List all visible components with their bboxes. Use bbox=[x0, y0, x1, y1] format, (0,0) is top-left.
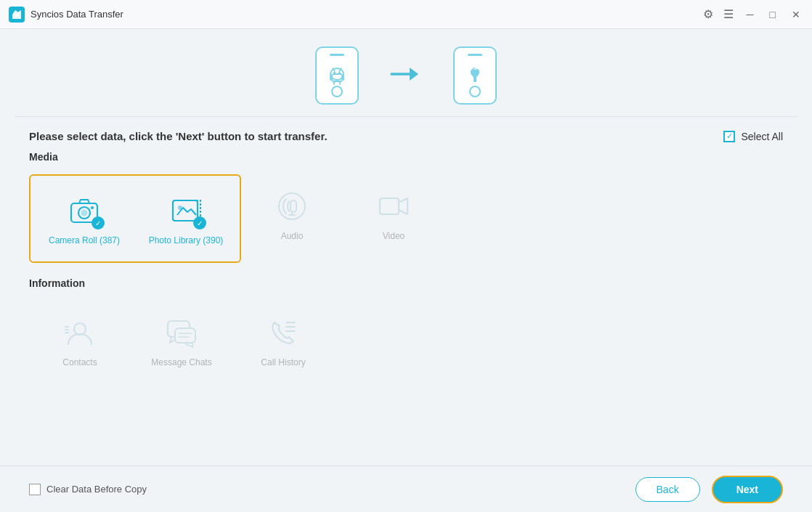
select-all-control[interactable]: ✓ Select All bbox=[723, 131, 783, 142]
clear-data-control[interactable]: Clear Data Before Copy bbox=[29, 484, 147, 495]
contacts-icon bbox=[61, 314, 99, 352]
android-phone bbox=[315, 46, 359, 105]
maximize-button[interactable]: □ bbox=[767, 7, 779, 22]
app-logo bbox=[9, 7, 25, 23]
contacts-item[interactable]: Contacts bbox=[29, 301, 131, 381]
media-section-label: Media bbox=[29, 151, 783, 163]
information-section-label: Information bbox=[29, 277, 783, 289]
transfer-arrow bbox=[388, 63, 424, 88]
video-icon-wrapper bbox=[375, 187, 413, 225]
video-label: Video bbox=[383, 231, 405, 241]
clear-data-label: Clear Data Before Copy bbox=[46, 484, 147, 495]
photo-library-label: Photo Library (390) bbox=[149, 235, 224, 245]
clear-data-checkbox[interactable] bbox=[29, 484, 41, 495]
device-transfer-header bbox=[0, 29, 812, 116]
call-history-icon bbox=[264, 314, 302, 352]
svg-rect-25 bbox=[175, 328, 195, 343]
contacts-label: Contacts bbox=[62, 357, 97, 367]
title-bar-left: Syncios Data Transfer bbox=[9, 7, 123, 23]
photo-library-icon-wrapper: ✓ bbox=[167, 192, 205, 229]
svg-point-16 bbox=[178, 206, 182, 210]
camera-roll-check: ✓ bbox=[92, 216, 105, 229]
video-item[interactable]: Video bbox=[343, 174, 444, 254]
main-content: Please select data, click the 'Next' but… bbox=[0, 29, 812, 512]
audio-label: Audio bbox=[281, 231, 304, 241]
camera-roll-label: Camera Roll (387) bbox=[49, 235, 120, 245]
svg-point-20 bbox=[74, 323, 86, 335]
menu-icon[interactable]: ☰ bbox=[723, 7, 734, 21]
svg-rect-18 bbox=[291, 200, 296, 212]
svg-point-13 bbox=[81, 210, 88, 216]
title-bar: Syncios Data Transfer ⚙ ☰ ─ □ ✕ bbox=[0, 0, 812, 29]
settings-icon[interactable]: ⚙ bbox=[703, 7, 713, 21]
photo-library-item[interactable]: ✓ Photo Library (390) bbox=[135, 179, 237, 259]
minimize-button[interactable]: ─ bbox=[744, 7, 757, 22]
contacts-icon-wrapper bbox=[61, 314, 99, 352]
video-icon bbox=[375, 187, 413, 225]
source-device bbox=[315, 46, 359, 105]
camera-roll-icon-wrapper: ✓ bbox=[65, 192, 103, 229]
app-title: Syncios Data Transfer bbox=[31, 9, 123, 20]
svg-point-3 bbox=[338, 72, 341, 74]
message-chats-icon bbox=[163, 314, 200, 352]
items-area: Media bbox=[0, 151, 812, 466]
svg-rect-19 bbox=[380, 198, 399, 214]
svg-rect-10 bbox=[474, 78, 476, 82]
photo-library-check: ✓ bbox=[193, 216, 206, 229]
call-history-label: Call History bbox=[261, 357, 305, 367]
bottom-bar: Clear Data Before Copy Back Next bbox=[0, 466, 812, 512]
back-button[interactable]: Back bbox=[636, 477, 700, 502]
call-history-icon-wrapper bbox=[264, 314, 302, 352]
message-chats-label: Message Chats bbox=[151, 357, 211, 367]
instruction-text: Please select data, click the 'Next' but… bbox=[29, 130, 328, 142]
audio-item[interactable]: Audio bbox=[241, 174, 343, 254]
bottom-buttons: Back Next bbox=[636, 476, 783, 503]
call-history-item[interactable]: Call History bbox=[232, 301, 334, 381]
target-device bbox=[453, 46, 497, 105]
audio-icon bbox=[273, 187, 311, 225]
message-chats-icon-wrapper bbox=[163, 314, 200, 352]
svg-point-14 bbox=[91, 206, 94, 209]
select-all-checkbox[interactable]: ✓ bbox=[723, 131, 735, 142]
ios-phone bbox=[453, 46, 497, 105]
title-bar-controls: ⚙ ☰ ─ □ ✕ bbox=[703, 7, 803, 22]
svg-point-2 bbox=[333, 72, 336, 74]
information-items-grid: Contacts Messa bbox=[29, 301, 783, 381]
select-all-label[interactable]: Select All bbox=[741, 131, 783, 142]
selected-media-wrapper: ✓ Camera Roll (387) bbox=[29, 174, 241, 263]
select-all-bar: Please select data, click the 'Next' but… bbox=[0, 117, 812, 151]
media-items-grid: ✓ Camera Roll (387) bbox=[29, 174, 783, 263]
message-chats-item[interactable]: Message Chats bbox=[131, 301, 232, 381]
next-button[interactable]: Next bbox=[712, 476, 783, 503]
close-button[interactable]: ✕ bbox=[789, 7, 803, 22]
camera-roll-item[interactable]: ✓ Camera Roll (387) bbox=[33, 179, 135, 259]
audio-icon-wrapper bbox=[273, 187, 311, 225]
